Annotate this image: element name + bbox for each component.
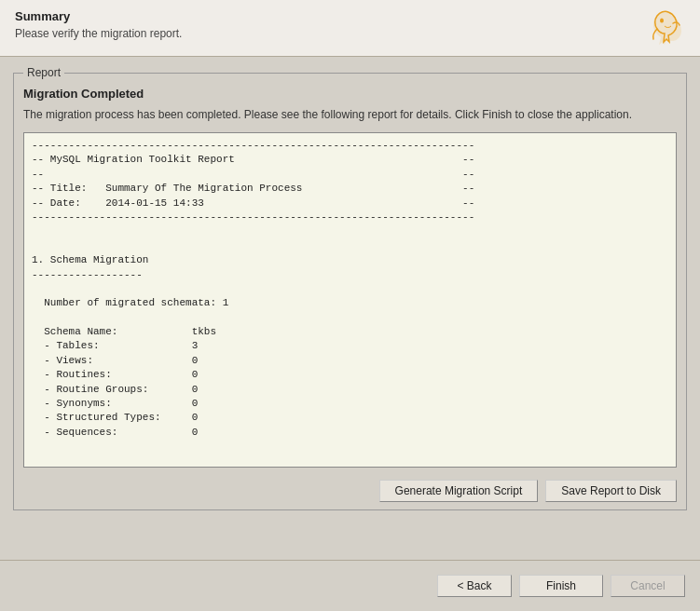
report-text-area[interactable] [23, 132, 677, 468]
header: Summary Please verify the migration repo… [0, 0, 700, 57]
page-subtitle: Please verify the migration report. [15, 27, 182, 40]
generate-migration-script-button[interactable]: Generate Migration Script [379, 480, 539, 502]
header-text: Summary Please verify the migration repo… [15, 9, 182, 40]
cancel-button[interactable]: Cancel [611, 575, 685, 597]
mysql-dolphin-icon [648, 9, 685, 47]
report-action-buttons: Generate Migration Script Save Report to… [23, 480, 677, 502]
report-legend: Report [23, 66, 64, 79]
migration-description: The migration process has been completed… [23, 106, 677, 123]
migration-title: Migration Completed [23, 87, 677, 101]
migration-completed-section: Migration Completed The migration proces… [23, 87, 677, 502]
finish-button[interactable]: Finish [519, 575, 603, 597]
page-title: Summary [15, 9, 182, 23]
bottom-navigation: < Back Finish Cancel [0, 560, 700, 611]
back-button[interactable]: < Back [437, 575, 512, 597]
main-window: Summary Please verify the migration repo… [0, 0, 700, 611]
report-fieldset: Report Migration Completed The migration… [13, 66, 687, 510]
save-report-to-disk-button[interactable]: Save Report to Disk [545, 480, 677, 502]
svg-point-0 [660, 19, 664, 23]
content-area: Report Migration Completed The migration… [0, 57, 700, 565]
